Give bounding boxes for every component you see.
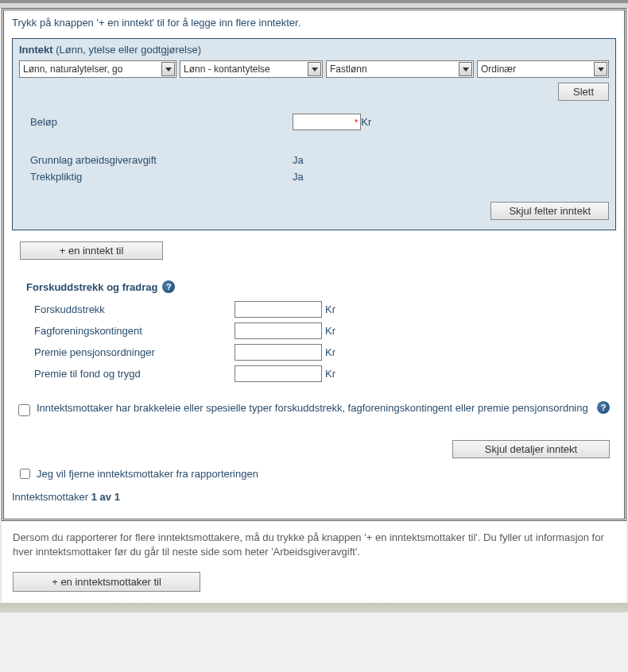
forskudd-header: Forskuddstrekk og fradrag ?: [26, 280, 616, 293]
remove-row: Jeg vil fjerne inntektsmottaker fra rapp…: [20, 468, 616, 480]
fagforening-input[interactable]: [235, 322, 322, 339]
footer-shadow: [0, 603, 628, 612]
top-bar: [0, 0, 628, 8]
trekk-value: Ja: [293, 171, 304, 183]
grunnlag-row: Grunnlag arbeidsgiveravgift Ja: [19, 154, 609, 166]
add-mottaker-button[interactable]: + en inntektsmottaker til: [13, 572, 200, 592]
grunnlag-value: Ja: [293, 154, 304, 166]
income-subtype-select[interactable]: Fastlønn: [326, 60, 474, 78]
trekk-label: Trekkpliktig: [30, 171, 293, 183]
add-inntekt-row: + en inntekt til: [20, 241, 616, 260]
select-row: Lønn, naturalytelser, go Lønn - kontanty…: [19, 60, 609, 78]
belop-label: Beløp: [30, 116, 293, 128]
brakkel-checkbox[interactable]: [18, 404, 30, 416]
inntekt-subtitle: (Lønn, ytelse eller godtgjørelse): [56, 44, 201, 56]
chevron-down-icon: [594, 62, 607, 76]
inntekt-title: Inntekt: [19, 44, 53, 56]
belop-input[interactable]: [293, 114, 361, 130]
income-variant-value: Ordinær: [481, 64, 516, 75]
premie-fond-unit: Kr: [325, 368, 335, 380]
forskuddstrekk-row: Forskuddstrekk Kr: [12, 301, 616, 318]
skjul-detaljer-row: Skjul detaljer inntekt: [12, 440, 610, 458]
income-category-select[interactable]: Lønn - kontantytelse: [180, 60, 323, 78]
top-instruction: Trykk på knappen '+ en inntekt' til for …: [12, 17, 616, 29]
main-panel: Trykk på knappen '+ en inntekt' til for …: [2, 8, 626, 521]
chevron-down-icon: [308, 62, 321, 76]
help-icon[interactable]: ?: [162, 280, 175, 293]
fagforening-label: Fagforeningskontingent: [34, 325, 235, 337]
forskuddstrekk-label: Forskuddstrekk: [34, 303, 235, 315]
hide-fields-button[interactable]: Skjul felter inntekt: [490, 202, 609, 220]
belop-row: Beløp * Kr: [19, 114, 609, 130]
premie-pensjon-input[interactable]: [235, 344, 322, 361]
income-category-value: Lønn - kontantytelse: [184, 64, 270, 75]
remove-mottaker-label: Jeg vil fjerne inntektsmottaker fra rapp…: [37, 468, 258, 480]
income-type-value: Lønn, naturalytelser, go: [23, 64, 122, 75]
remove-mottaker-checkbox[interactable]: [20, 469, 30, 479]
income-subtype-value: Fastlønn: [330, 64, 367, 75]
bottom-area: Dersom du rapporterer for flere inntekts…: [2, 521, 626, 603]
forskuddstrekk-unit: Kr: [325, 303, 335, 315]
premie-pensjon-row: Premie pensjonsordninger Kr: [12, 344, 616, 361]
skjul-inntekt-row: Skjul felter inntekt: [19, 202, 609, 220]
add-income-button[interactable]: + en inntekt til: [20, 241, 163, 260]
slett-row: Slett: [19, 83, 609, 101]
svg-marker-1: [312, 68, 318, 71]
counter-prefix: Inntektsmottaker: [12, 491, 91, 503]
premie-pensjon-label: Premie pensjonsordninger: [34, 346, 235, 358]
counter-value: 1 av 1: [91, 491, 120, 503]
hide-details-button[interactable]: Skjul detaljer inntekt: [452, 440, 610, 458]
fagforening-unit: Kr: [325, 325, 335, 337]
forskudd-title: Forskuddstrekk og fradrag: [26, 281, 157, 293]
required-icon: *: [355, 118, 358, 127]
inntekt-box: Inntekt (Lønn, ytelse eller godtgjørelse…: [12, 38, 616, 230]
delete-button[interactable]: Slett: [558, 83, 609, 101]
svg-marker-0: [165, 68, 172, 71]
brakkel-label: Inntektsmottaker har brakkeleie eller sp…: [37, 401, 591, 415]
page-outer: Trykk på knappen '+ en inntekt' til for …: [0, 8, 628, 603]
svg-marker-2: [463, 68, 469, 71]
fagforening-row: Fagforeningskontingent Kr: [12, 322, 616, 339]
premie-fond-label: Premie til fond og trygd: [34, 368, 235, 380]
grunnlag-label: Grunnlag arbeidsgiveravgift: [30, 154, 293, 166]
bottom-instruction: Dersom du rapporterer for flere inntekts…: [13, 531, 615, 559]
premie-fond-input[interactable]: [235, 365, 322, 382]
inntekt-header: Inntekt (Lønn, ytelse eller godtgjørelse…: [19, 44, 609, 56]
chevron-down-icon: [161, 62, 175, 76]
forskuddstrekk-input[interactable]: [235, 301, 322, 318]
trekk-row: Trekkpliktig Ja: [19, 171, 609, 183]
premie-fond-row: Premie til fond og trygd Kr: [12, 365, 616, 382]
belop-unit: Kr: [361, 116, 371, 128]
mottaker-counter: Inntektsmottaker 1 av 1: [12, 491, 616, 503]
help-icon[interactable]: ?: [597, 401, 610, 414]
svg-marker-3: [598, 68, 604, 71]
income-variant-select[interactable]: Ordinær: [477, 60, 609, 78]
brakkel-row: Inntektsmottaker har brakkeleie eller sp…: [18, 401, 610, 416]
income-type-select[interactable]: Lønn, naturalytelser, go: [19, 60, 176, 78]
chevron-down-icon: [459, 62, 472, 76]
premie-pensjon-unit: Kr: [325, 346, 335, 358]
